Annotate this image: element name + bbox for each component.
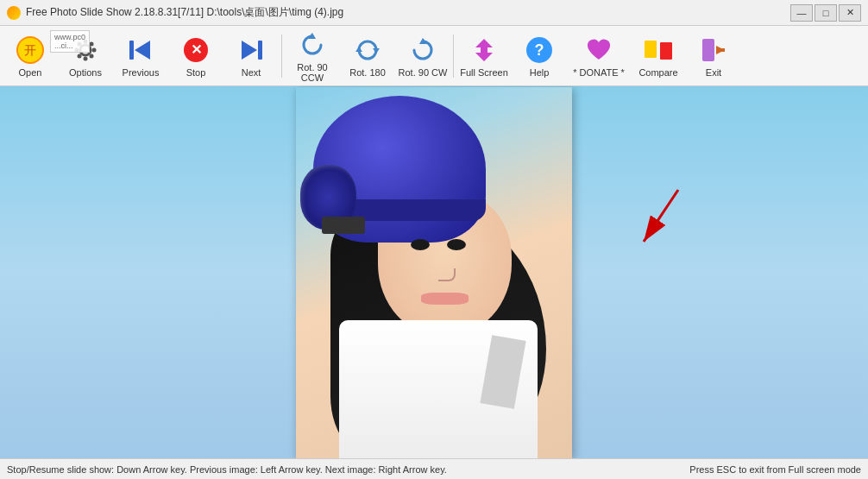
rot-ccw-button[interactable]: Rot. 90 CCW	[286, 28, 339, 84]
exit-icon	[698, 35, 729, 66]
previous-label: Previous	[123, 67, 160, 78]
open-icon-svg: 开	[15, 35, 46, 66]
stop-label: Stop	[186, 67, 206, 78]
compare-icon	[643, 35, 674, 66]
svg-rect-25	[645, 41, 657, 58]
options-button[interactable]: Options	[59, 28, 112, 84]
svg-rect-27	[702, 39, 714, 61]
next-label: Next	[242, 67, 261, 78]
title-bar: Free Photo Slide Show 2.18.8.31[7/11] D:…	[0, 0, 868, 26]
rot-cw-icon-svg	[409, 36, 437, 64]
compare-label: Compare	[638, 67, 677, 78]
title-bar-controls: — □ ✕	[790, 4, 861, 22]
rot-ccw-label: Rot. 90 CCW	[286, 62, 338, 83]
toolbar: www.pc0...ci... 开 Open	[0, 26, 868, 86]
separator-1	[281, 35, 282, 78]
rot-cw-button[interactable]: Rot. 90 CW	[396, 28, 450, 84]
status-bar: Stop/Resume slide show: Down Arrow key. …	[0, 458, 868, 479]
red-arrow-annotation	[609, 181, 713, 268]
svg-rect-29	[716, 48, 725, 52]
window-title: Free Photo Slide Show 2.18.8.31[7/11] D:…	[26, 5, 343, 20]
close-button[interactable]: ✕	[839, 4, 861, 22]
svg-marker-22	[475, 39, 493, 61]
svg-marker-16	[242, 41, 257, 60]
options-icon-svg	[72, 36, 99, 64]
open-button[interactable]: 开 Open	[3, 28, 57, 84]
compare-button[interactable]: Compare	[632, 28, 685, 84]
fullscreen-label: Full Screen	[460, 67, 508, 78]
svg-point-6	[75, 47, 79, 52]
rot-ccw-icon	[297, 29, 328, 60]
status-right: Press ESC to exit from Full screen mode	[689, 464, 861, 475]
svg-point-4	[84, 39, 88, 43]
options-label: Options	[69, 67, 102, 78]
rot-180-button[interactable]: Rot. 180	[341, 28, 394, 84]
exit-icon-svg	[699, 35, 728, 65]
rot-180-icon-svg	[354, 36, 381, 64]
rot-cw-icon	[407, 35, 438, 66]
title-bar-left: Free Photo Slide Show 2.18.8.31[7/11] D:…	[7, 5, 343, 20]
svg-rect-17	[258, 41, 262, 60]
previous-icon	[125, 35, 156, 66]
svg-point-5	[84, 56, 88, 60]
svg-text:开: 开	[24, 43, 36, 57]
app-icon	[7, 6, 21, 20]
stop-button[interactable]: ✕ Stop	[169, 28, 223, 84]
open-label: Open	[19, 67, 42, 78]
svg-text:?: ?	[535, 41, 544, 59]
fullscreen-icon	[469, 35, 500, 66]
svg-line-31	[644, 190, 678, 242]
rot-cw-label: Rot. 90 CW	[399, 67, 448, 78]
status-left: Stop/Resume slide show: Down Arrow key. …	[7, 464, 447, 475]
svg-point-9	[90, 41, 94, 46]
svg-text:✕: ✕	[191, 42, 202, 57]
rot-ccw-icon-svg	[299, 31, 326, 59]
next-button[interactable]: Next	[224, 28, 278, 84]
donate-icon	[583, 35, 614, 66]
exit-label: Exit	[706, 67, 721, 78]
svg-point-7	[92, 47, 97, 52]
previous-button[interactable]: Previous	[114, 28, 167, 84]
next-icon-svg	[236, 35, 266, 65]
help-icon: ?	[524, 35, 555, 66]
compare-icon-svg	[643, 37, 674, 63]
previous-icon-svg	[126, 35, 155, 65]
main-content	[0, 86, 868, 458]
separator-2	[453, 35, 454, 78]
help-button[interactable]: ? Help	[513, 28, 566, 84]
photo-container	[296, 87, 572, 458]
open-icon: 开	[15, 35, 46, 66]
options-icon	[70, 35, 101, 66]
help-label: Help	[530, 67, 550, 78]
donate-label: * DONATE *	[573, 67, 625, 78]
svg-point-3	[80, 45, 91, 55]
maximize-button[interactable]: □	[815, 4, 837, 22]
rot-180-icon	[352, 35, 383, 66]
svg-point-8	[78, 41, 82, 46]
svg-point-10	[78, 54, 82, 58]
minimize-button[interactable]: —	[790, 4, 813, 22]
svg-rect-26	[660, 42, 672, 60]
svg-point-11	[90, 54, 94, 58]
svg-marker-12	[135, 41, 150, 60]
exit-button[interactable]: Exit	[687, 28, 740, 84]
help-icon-svg: ?	[525, 35, 554, 65]
svg-marker-19	[355, 47, 362, 52]
donate-button[interactable]: * DONATE *	[568, 28, 630, 84]
fullscreen-icon-svg	[469, 35, 499, 65]
stop-icon-svg: ✕	[183, 37, 209, 63]
svg-rect-13	[129, 41, 134, 60]
rot-180-label: Rot. 180	[349, 67, 386, 78]
stop-icon: ✕	[180, 35, 211, 66]
next-icon	[236, 35, 267, 66]
fullscreen-button[interactable]: Full Screen	[457, 28, 511, 84]
donate-icon-svg	[584, 35, 613, 65]
svg-marker-20	[373, 48, 380, 54]
